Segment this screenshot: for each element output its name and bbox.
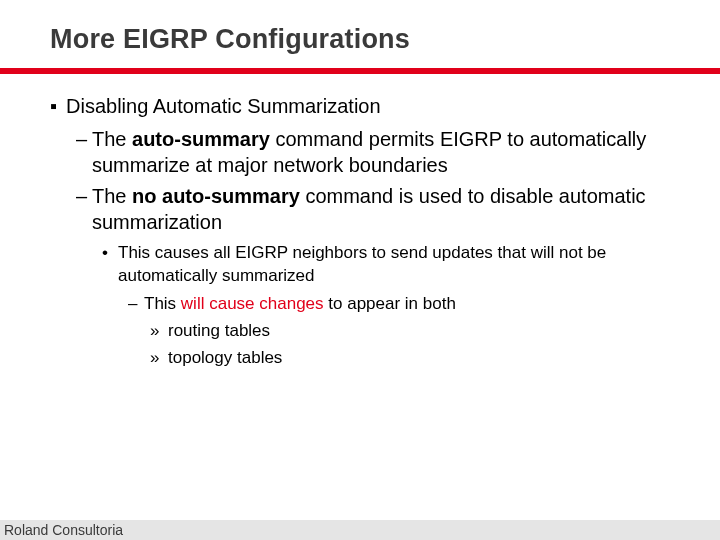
title-underline [0,68,720,74]
dash-bullet-icon: – [128,293,144,316]
dash-bullet-icon: – [76,183,92,236]
dot-bullet-icon: • [102,242,118,288]
dash-bullet-icon: – [76,126,92,179]
bullet-l2-b-text: The no auto-summary command is used to d… [92,183,680,236]
bullet-l4: – This will cause changes to appear in b… [128,293,680,316]
raquo-bullet-icon: » [150,320,168,343]
bullet-l5-b-text: topology tables [168,347,282,370]
bullet-l1: ▪ Disabling Automatic Summarization [50,93,680,120]
slide-content: ▪ Disabling Automatic Summarization – Th… [50,93,680,370]
bullet-l5-b: » topology tables [150,347,680,370]
bullet-l4-text: This will cause changes to appear in bot… [144,293,456,316]
footer-branding: Roland Consultoria [0,520,720,540]
bullet-l2-b: – The no auto-summary command is used to… [76,183,680,236]
bullet-l3: • This causes all EIGRP neighbors to sen… [102,242,680,288]
bullet-l5-a: » routing tables [150,320,680,343]
bullet-l3-text: This causes all EIGRP neighbors to send … [118,242,680,288]
bullet-l1-text: Disabling Automatic Summarization [66,93,381,120]
bullet-l2-a: – The auto-summary command permits EIGRP… [76,126,680,179]
slide: More EIGRP Configurations ▪ Disabling Au… [0,0,720,540]
bullet-l2-a-text: The auto-summary command permits EIGRP t… [92,126,680,179]
square-bullet-icon: ▪ [50,93,66,120]
raquo-bullet-icon: » [150,347,168,370]
slide-title: More EIGRP Configurations [50,24,680,55]
bullet-l5-a-text: routing tables [168,320,270,343]
